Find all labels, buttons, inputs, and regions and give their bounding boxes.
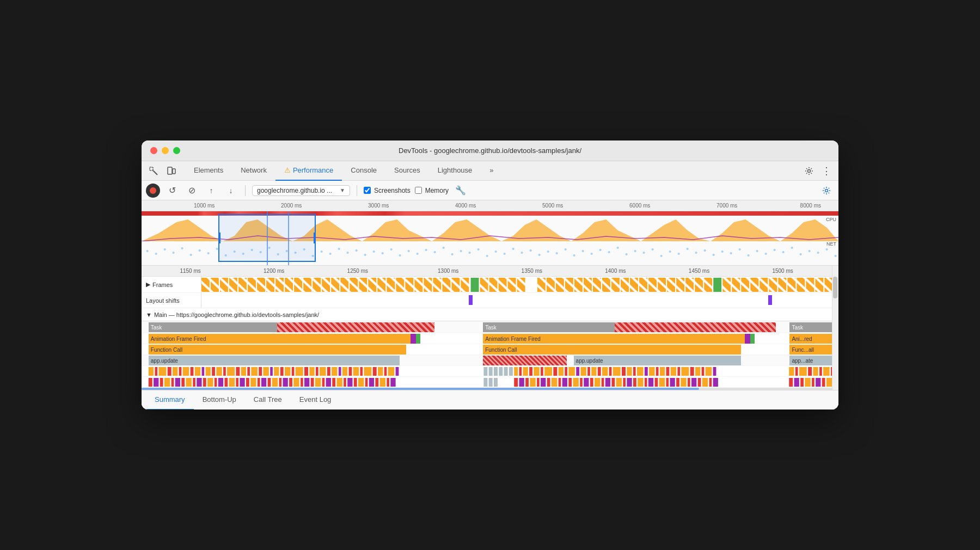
upload-button[interactable]: ↑ <box>204 183 219 198</box>
svg-rect-126 <box>556 278 564 292</box>
horizontal-scrollbar[interactable] <box>142 388 838 390</box>
svg-point-31 <box>356 249 358 252</box>
animation-frame-2: Animation Frame Fired <box>483 334 755 344</box>
layout-shifts-text: Layout shifts <box>146 297 180 304</box>
divider <box>245 185 246 196</box>
anim-purple-1 <box>411 334 416 344</box>
svg-rect-151 <box>787 278 795 292</box>
url-select[interactable]: googlechrome.github.io ... ▼ <box>252 185 350 196</box>
svg-rect-204 <box>504 367 508 376</box>
svg-rect-264 <box>224 378 228 387</box>
reload-record-button[interactable]: ↺ <box>164 183 180 198</box>
divider2 <box>357 185 357 196</box>
svg-rect-270 <box>258 378 260 387</box>
close-button[interactable] <box>150 147 157 154</box>
settings-button[interactable] <box>801 163 817 179</box>
tab-console[interactable]: Console <box>342 161 385 181</box>
tab-sources[interactable]: Sources <box>385 161 429 181</box>
svg-rect-174 <box>251 367 258 376</box>
svg-rect-228 <box>637 367 644 376</box>
svg-rect-328 <box>670 378 675 387</box>
tab-more[interactable]: » <box>481 161 502 181</box>
frames-collapse-icon[interactable]: ▶ <box>146 281 150 288</box>
svg-rect-242 <box>789 367 794 376</box>
svg-rect-143 <box>713 278 721 292</box>
svg-point-51 <box>530 249 532 252</box>
svg-point-85 <box>826 248 828 250</box>
svg-rect-163 <box>191 367 194 376</box>
svg-rect-277 <box>293 378 299 387</box>
download-button[interactable]: ↓ <box>223 183 238 198</box>
svg-point-12 <box>190 254 192 256</box>
svg-rect-344 <box>826 378 832 387</box>
gear-settings-button[interactable] <box>819 183 834 198</box>
tab-summary[interactable]: Summary <box>146 390 194 410</box>
svg-point-62 <box>626 253 628 255</box>
tab-lighthouse[interactable]: Lighthouse <box>429 161 481 181</box>
svg-point-47 <box>495 250 497 253</box>
svg-rect-215 <box>565 367 567 376</box>
svg-rect-89 <box>201 278 210 292</box>
svg-rect-103 <box>331 278 339 292</box>
svg-point-82 <box>800 253 802 255</box>
svg-point-65 <box>652 248 654 250</box>
svg-rect-318 <box>616 378 622 387</box>
time-7000ms: 7000 ms <box>716 203 737 209</box>
bottom-tabs: Summary Bottom-Up Call Tree Event Log <box>142 390 838 410</box>
svg-rect-332 <box>691 378 696 387</box>
tab-performance[interactable]: ⚠ Performance <box>275 161 342 181</box>
svg-rect-142 <box>704 278 712 292</box>
svg-rect-306 <box>552 378 557 387</box>
memory-checkbox[interactable] <box>415 187 422 194</box>
svg-rect-118 <box>471 278 479 292</box>
svg-rect-148 <box>759 278 768 292</box>
clear-button[interactable]: ⊘ <box>184 183 199 198</box>
svg-rect-193 <box>360 367 363 376</box>
func-label-2: Function Call <box>485 347 517 353</box>
svg-rect-341 <box>812 378 814 387</box>
scrollbar-thumb-v[interactable] <box>833 277 837 298</box>
svg-rect-166 <box>206 367 211 376</box>
vertical-scrollbar[interactable] <box>832 266 838 390</box>
svg-rect-133 <box>621 278 629 292</box>
svg-rect-195 <box>373 367 377 376</box>
selection-right-handle[interactable] <box>314 233 316 243</box>
svg-rect-302 <box>530 378 535 387</box>
screenshots-checkbox[interactable] <box>364 187 371 194</box>
tab-call-tree[interactable]: Call Tree <box>245 390 291 410</box>
main-thread-collapse-icon[interactable]: ▼ <box>146 311 152 318</box>
tab-event-log[interactable]: Event Log <box>291 390 340 410</box>
record-button[interactable] <box>146 184 160 198</box>
layout-shifts-content <box>201 293 838 308</box>
tab-network[interactable]: Network <box>232 161 275 181</box>
svg-rect-164 <box>195 367 200 376</box>
screenshots-checkbox-group[interactable]: Screenshots <box>364 187 411 194</box>
svg-rect-289 <box>358 378 364 387</box>
svg-rect-297 <box>489 378 493 387</box>
svg-rect-262 <box>215 378 217 387</box>
app-update-2: app.update <box>574 356 741 365</box>
element-picker-button[interactable] <box>146 163 161 179</box>
svg-rect-205 <box>509 367 513 376</box>
memory-checkbox-group[interactable]: Memory <box>415 187 449 194</box>
overview-content[interactable]: CPU NET <box>142 211 838 266</box>
svg-rect-140 <box>685 278 694 292</box>
flamechart-area: 1150 ms 1200 ms 1250 ms 1300 ms 1350 ms … <box>142 266 838 390</box>
tab-bottom-up[interactable]: Bottom-Up <box>194 390 245 410</box>
svg-rect-187 <box>327 367 330 376</box>
maximize-button[interactable] <box>173 147 180 154</box>
svg-point-56 <box>573 254 575 256</box>
timeline-overview[interactable]: 1000 ms 2000 ms 3000 ms 4000 ms 5000 ms … <box>142 200 838 266</box>
main-thread-header: ▼ Main — https://googlechrome.github.io/… <box>142 308 838 321</box>
svg-rect-247 <box>819 367 822 376</box>
more-button[interactable]: ⋮ <box>819 163 834 179</box>
selection-left-handle[interactable] <box>218 233 220 243</box>
capture-settings-button[interactable]: 🔧 <box>453 183 468 198</box>
tab-elements[interactable]: Elements <box>185 161 232 181</box>
svg-rect-117 <box>461 278 469 292</box>
svg-point-68 <box>678 253 680 255</box>
minimize-button[interactable] <box>162 147 169 154</box>
svg-rect-100 <box>303 278 311 292</box>
svg-point-86 <box>835 255 837 257</box>
device-mode-button[interactable] <box>163 163 179 179</box>
